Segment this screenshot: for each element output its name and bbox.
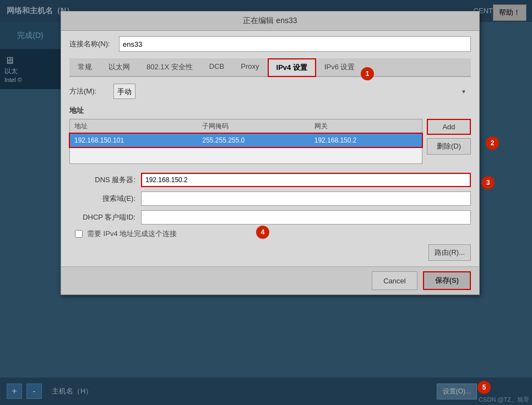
dhcp-label: DHCP 客户端ID: — [69, 212, 135, 222]
dialog-title: 正在编辑 ens33 — [243, 16, 297, 25]
tab-general[interactable]: 常规 — [69, 58, 100, 77]
search-input[interactable] — [141, 191, 471, 206]
col-gateway: 网关 — [310, 119, 422, 134]
cell-gateway: 192.168.150.2 — [310, 134, 422, 147]
tab-bar: 常规 以太网 802.1X 安全性 DCB Proxy IPv4 设置 IPv6… — [69, 58, 471, 77]
address-table: 地址 子网掩码 网关 192.168.150.101 255.255.255.0… — [70, 119, 422, 163]
dns-input[interactable] — [141, 173, 471, 187]
tab-dcb[interactable]: DCB — [201, 58, 232, 77]
dns-row: DNS 服务器: — [69, 173, 471, 187]
method-label: 方法(M): — [69, 86, 108, 96]
cancel-button[interactable]: Cancel — [372, 271, 417, 290]
search-row: 搜索域(E): — [69, 191, 471, 206]
col-address: 地址 — [70, 119, 198, 134]
cell-address: 192.168.150.101 — [70, 134, 198, 147]
address-area: 地址 子网掩码 网关 192.168.150.101 255.255.255.0… — [69, 119, 471, 166]
table-row[interactable]: 192.168.150.101 255.255.255.0 192.168.15… — [70, 134, 422, 147]
method-row: 方法(M): 手动 — [69, 84, 471, 99]
checkbox-label: 需要 IPv4 地址完成这个连接 — [87, 229, 177, 239]
delete-button[interactable]: 删除(D) — [427, 138, 471, 155]
dialog-titlebar: 正在编辑 ens33 — [61, 12, 479, 31]
method-select-wrapper: 手动 — [113, 84, 471, 99]
dialog-body: 连接名称(N): 常规 以太网 802.1X 安全性 DCB Proxy IPv… — [61, 31, 479, 266]
csdn-watermark: CSDN @TZ、旭哥 — [479, 396, 529, 404]
conn-name-label: 连接名称(N): — [69, 39, 113, 49]
tab-8021x[interactable]: 802.1X 安全性 — [138, 58, 201, 77]
conn-name-row: 连接名称(N): — [69, 36, 471, 52]
tab-ethernet[interactable]: 以太网 — [100, 58, 138, 77]
address-section-label: 地址 — [69, 106, 471, 116]
search-label: 搜索域(E): — [69, 194, 135, 204]
tab-proxy[interactable]: Proxy — [232, 58, 267, 77]
empty-row — [70, 147, 422, 163]
dns-label: DNS 服务器: — [69, 175, 135, 185]
tab-ipv6[interactable]: IPv6 设置 — [316, 58, 363, 77]
dhcp-row: DHCP 客户端ID: — [69, 210, 471, 225]
checkbox-row: 需要 IPv4 地址完成这个连接 — [69, 229, 471, 239]
edit-dialog: 正在编辑 ens33 连接名称(N): 常规 以太网 802.1X 安全性 DC… — [61, 11, 480, 295]
address-left: 地址 子网掩码 网关 192.168.150.101 255.255.255.0… — [69, 119, 422, 166]
col-subnet: 子网掩码 — [198, 119, 310, 134]
address-buttons: Add 删除(D) — [427, 119, 471, 166]
route-row: 路由(R)... — [69, 244, 471, 261]
add-button[interactable]: Add — [427, 119, 471, 135]
conn-name-input[interactable] — [119, 36, 471, 52]
require-ipv4-checkbox[interactable] — [75, 230, 83, 238]
dhcp-input[interactable] — [141, 210, 471, 225]
cell-subnet: 255.255.255.0 — [198, 134, 310, 147]
tab-ipv4[interactable]: IPv4 设置 — [268, 58, 316, 77]
dialog-footer: Cancel 保存(S) — [61, 266, 479, 294]
address-table-wrapper: 地址 子网掩码 网关 192.168.150.101 255.255.255.0… — [69, 119, 422, 164]
save-button[interactable]: 保存(S) — [423, 271, 471, 290]
route-button[interactable]: 路由(R)... — [428, 244, 471, 261]
method-select[interactable]: 手动 — [113, 84, 135, 99]
